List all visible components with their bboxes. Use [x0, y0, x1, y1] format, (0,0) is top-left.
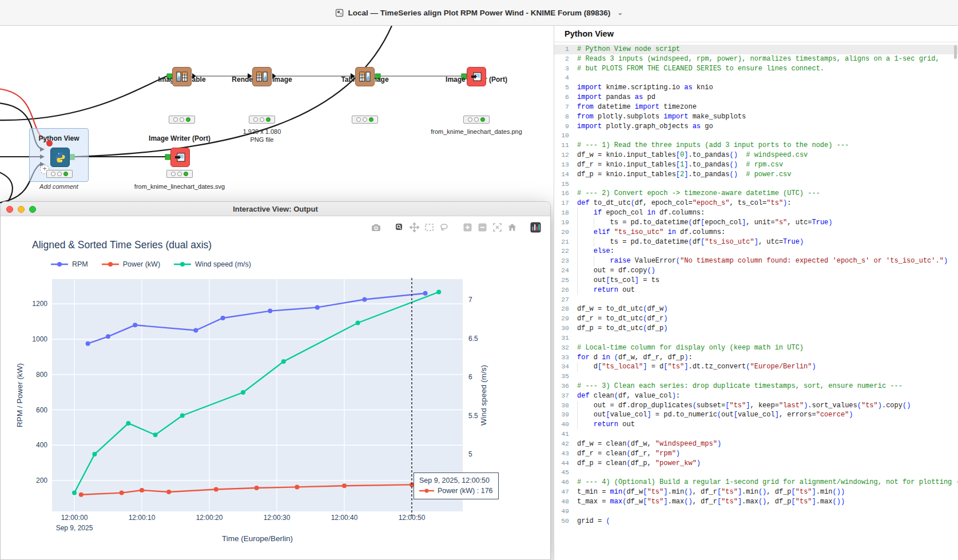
line-number: 46 [554, 478, 569, 487]
line-number: 4 [554, 73, 569, 83]
line-number: 28 [554, 304, 569, 314]
node-sub-svg-filename: from_knime_linechart_dates.svg [134, 183, 225, 190]
node-status-table-to-image [352, 116, 378, 124]
svg-text:Sep 9, 2025: Sep 9, 2025 [56, 524, 93, 532]
code-line: 49 [554, 507, 958, 517]
line-number: 45 [554, 468, 569, 478]
code-line: 4 [554, 73, 958, 83]
line-number: 1 [554, 45, 569, 54]
line-number: 11 [554, 141, 569, 150]
line-number: 19 [554, 218, 569, 228]
line-number: 34 [554, 362, 569, 372]
code-line: 23 raise ValueError("No timestamp column… [554, 256, 958, 266]
code-line: 42df_w = clean(df_w, "windspeed_mps") [554, 439, 958, 449]
application-window: Local — TimeSeries align Plot RPM Power … [0, 0, 958, 560]
line-number: 32 [554, 343, 569, 353]
code-line: 18 if epoch_col in df.columns: [554, 208, 958, 218]
line-number: 3 [554, 64, 569, 74]
svg-text:12:00:00: 12:00:00 [61, 514, 88, 522]
code-line: 21 ts = pd.to_datetime(df["ts_iso_utc"],… [554, 237, 958, 247]
maximize-button[interactable] [29, 206, 36, 213]
app-title: Local — TimeSeries align Plot RPM Power … [348, 9, 611, 17]
code-line: 7from datetime import timezone [554, 102, 958, 112]
code-line: 5import knime.scripting.io as knio [554, 83, 958, 93]
python-icon [54, 151, 66, 164]
node-table-to-image[interactable] [355, 67, 375, 86]
code-line: 15 [554, 180, 958, 189]
code-line: 22 else: [554, 247, 958, 256]
line-number: 5 [554, 83, 569, 93]
editor-scrollbar[interactable] [954, 45, 957, 59]
interactive-view-window: Interactive View: Output Aligned & Sorte… [0, 201, 551, 560]
code-line: 12df_w = knio.input_tables[0].to_pandas(… [554, 150, 958, 160]
line-number: 10 [554, 131, 569, 141]
line-number: 15 [554, 180, 569, 189]
line-number: 49 [554, 507, 569, 517]
node-status-image-writer-svg [166, 170, 193, 178]
svg-text:Wind speed (m/s): Wind speed (m/s) [479, 365, 488, 426]
code-line: 3# but PLOTS FROM THE CLEANED SERIES to … [554, 64, 958, 74]
chevron-down-icon[interactable]: ⌄ [617, 9, 623, 17]
line-number: 37 [554, 391, 569, 401]
code-line: 34 d["ts_local"] = d["ts"].dt.tz_convert… [554, 362, 958, 372]
node-image-writer-png[interactable] [467, 67, 486, 86]
node-image-writer-svg[interactable] [170, 148, 190, 167]
interactive-view-titlebar[interactable]: Interactive View: Output [1, 202, 550, 216]
code-line: 44df_p = clean(df_p, "power_kw") [554, 459, 958, 468]
code-line: 47t_min = min(df_w["ts"].min(), df_r["ts… [554, 487, 958, 497]
svg-text:Time (Europe/Berlin): Time (Europe/Berlin) [222, 534, 293, 543]
node-comment[interactable]: Add comment [39, 183, 78, 190]
svg-text:1000: 1000 [32, 335, 47, 343]
code-line: 50grid = ( [554, 517, 958, 526]
interactive-view-title: Interactive View: Output [233, 205, 318, 213]
node-label-python-view: Python View [38, 134, 79, 142]
code-line: 14df_p = knio.input_tables[2].to_pandas(… [554, 170, 958, 180]
node-renderer-to-image[interactable] [252, 67, 272, 86]
node-sub-filetype: PNG file [251, 136, 274, 143]
line-number: 30 [554, 324, 569, 333]
app-titlebar: Local — TimeSeries align Plot RPM Power … [0, 0, 958, 26]
line-number: 44 [554, 459, 569, 468]
line-number: 43 [554, 449, 569, 459]
code-line: 2# Reads 3 inputs (windspeed, rpm, power… [554, 54, 958, 64]
code-line: 48t_max = max(df_w["ts"].max(), df_r["ts… [554, 497, 958, 507]
line-number: 22 [554, 247, 569, 256]
minimize-button[interactable] [18, 206, 25, 213]
svg-text:RPM / Power (kW): RPM / Power (kW) [15, 363, 24, 427]
svg-text:5.5: 5.5 [468, 412, 478, 420]
line-number: 25 [554, 276, 569, 285]
line-number: 16 [554, 189, 569, 198]
code-line: 25 out[ts_col] = ts [554, 276, 958, 285]
node-python-view[interactable] [50, 148, 70, 167]
code-line: 28df_w = to_dt_utc(df_w) [554, 304, 958, 314]
code-line: 9import plotly.graph_objects as go [554, 122, 958, 132]
code-line: 41 [554, 430, 958, 439]
code-line: 1# Python View node script [554, 45, 958, 54]
svg-text:800: 800 [36, 371, 47, 379]
code-line: 40 return out [554, 420, 958, 430]
code-line: 26 return out [554, 285, 958, 295]
line-number: 50 [554, 517, 569, 526]
line-number: 27 [554, 295, 569, 305]
image-writer-icon [174, 151, 186, 164]
code-line: 6import pandas as pd [554, 93, 958, 102]
node-label-image-writer-svg: Image Writer (Port) [149, 134, 210, 142]
code-editor[interactable]: 1# Python View node script2# Reads 3 inp… [554, 42, 958, 526]
code-line: 45 [554, 468, 958, 478]
code-line: 36# --- 3) Clean each series: drop dupli… [554, 382, 958, 391]
code-line: 16# --- 2) Convert epoch -> timezone-awa… [554, 189, 958, 198]
line-number: 35 [554, 372, 569, 382]
node-image-to-table[interactable] [172, 67, 192, 86]
code-line: 39 out[value_col] = pd.to_numeric(out[va… [554, 410, 958, 420]
svg-text:7: 7 [468, 296, 472, 304]
line-number: 20 [554, 228, 569, 237]
close-button[interactable] [6, 206, 13, 213]
line-number: 38 [554, 401, 569, 411]
code-line: 43df_r = clean(df_r, "rpm") [554, 449, 958, 459]
python-view-panel: Python View 1# Python View node script2#… [554, 26, 958, 560]
line-number: 48 [554, 497, 569, 507]
workflow-icon [335, 9, 344, 17]
table-to-image-icon [359, 70, 371, 83]
line-number: 47 [554, 487, 569, 497]
node-status-image-writer-png [463, 116, 490, 124]
